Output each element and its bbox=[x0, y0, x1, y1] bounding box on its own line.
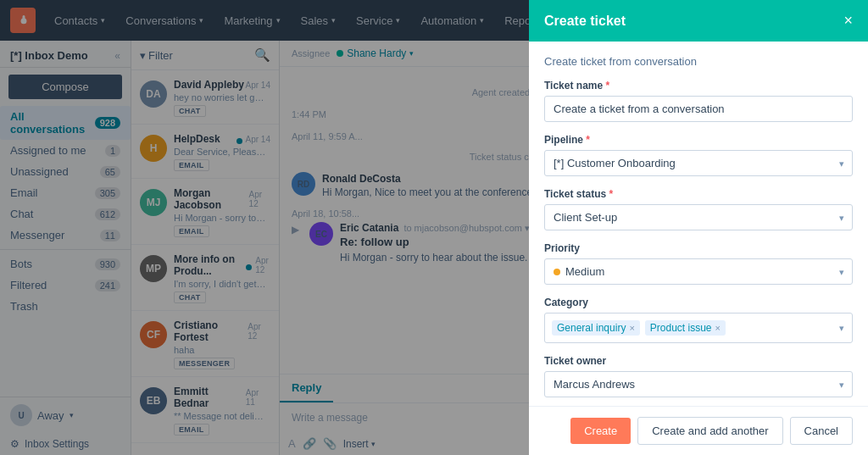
ticket-name-label: Ticket name * bbox=[544, 80, 853, 92]
ticket-owner-label: Ticket owner bbox=[544, 355, 853, 367]
priority-label: Priority bbox=[544, 242, 853, 254]
category-field[interactable]: General inquiry × Product issue × bbox=[544, 313, 853, 343]
remove-tag-general[interactable]: × bbox=[629, 323, 634, 333]
ticket-owner-select[interactable]: Marcus AndrewsShane Hardy bbox=[544, 371, 853, 397]
modal-close-button[interactable]: × bbox=[843, 12, 853, 30]
cancel-button[interactable]: Cancel bbox=[790, 417, 853, 445]
category-tag-product: Product issue × bbox=[645, 320, 726, 336]
modal-footer: Create Create and add another Cancel bbox=[529, 406, 868, 455]
ticket-status-select-wrapper: Client Set-upNewWaiting on Contact ▾ bbox=[544, 204, 853, 230]
ticket-owner-group: Ticket owner Marcus AndrewsShane Hardy ▾ bbox=[544, 355, 853, 397]
modal-subtitle: Create ticket from conversation bbox=[544, 55, 853, 68]
modal-body: Create ticket from conversation Ticket n… bbox=[529, 42, 868, 406]
pipeline-group: Pipeline * [*] Customer OnboardingSuppor… bbox=[544, 134, 853, 176]
pipeline-label: Pipeline * bbox=[544, 134, 853, 146]
ticket-status-select[interactable]: Client Set-upNewWaiting on Contact bbox=[544, 204, 853, 230]
pipeline-select[interactable]: [*] Customer OnboardingSupport PipelineS… bbox=[544, 150, 853, 176]
priority-display[interactable]: Medium bbox=[544, 258, 853, 285]
category-group: Category General inquiry × Product issue… bbox=[544, 297, 853, 343]
category-tag-general: General inquiry × bbox=[552, 320, 640, 336]
priority-dot bbox=[554, 269, 560, 275]
priority-group: Priority Medium ▾ bbox=[544, 242, 853, 285]
ticket-status-group: Ticket status * Client Set-upNewWaiting … bbox=[544, 188, 853, 230]
ticket-name-group: Ticket name * bbox=[544, 80, 853, 122]
create-ticket-modal: Create ticket × Create ticket from conve… bbox=[529, 0, 868, 455]
category-label: Category bbox=[544, 297, 853, 308]
ticket-owner-select-wrapper: Marcus AndrewsShane Hardy ▾ bbox=[544, 371, 853, 397]
priority-select-wrapper: Medium ▾ bbox=[544, 258, 853, 285]
create-button[interactable]: Create bbox=[570, 418, 631, 444]
ticket-name-input[interactable] bbox=[544, 96, 853, 122]
pipeline-select-wrapper: [*] Customer OnboardingSupport PipelineS… bbox=[544, 150, 853, 176]
ticket-status-label: Ticket status * bbox=[544, 188, 853, 200]
remove-tag-product[interactable]: × bbox=[715, 323, 721, 333]
modal-title: Create ticket bbox=[544, 14, 626, 29]
modal-header: Create ticket × bbox=[529, 0, 868, 42]
create-and-add-button[interactable]: Create and add another bbox=[637, 417, 782, 445]
modal-overlay: Create ticket × Create ticket from conve… bbox=[0, 0, 868, 455]
